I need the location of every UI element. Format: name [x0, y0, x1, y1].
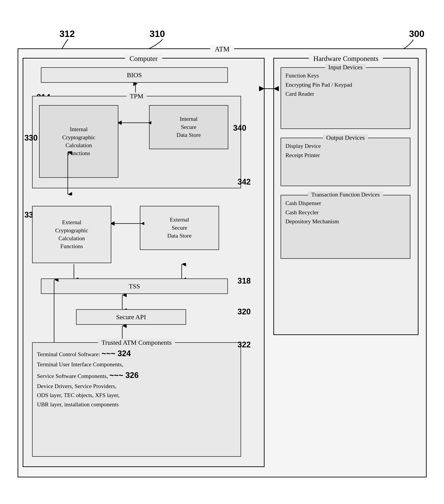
- secure-api-title: Secure API: [116, 313, 146, 321]
- ref-318: 318: [237, 276, 251, 286]
- trusted-line2: Service Software Components,: [37, 373, 108, 379]
- ref-330: 330: [24, 133, 38, 143]
- internal-secure-text: InternalSecureData Store: [177, 115, 201, 139]
- atm-title: ATM: [210, 45, 234, 53]
- hardware-box: Hardware Components Input Devices Functi…: [273, 58, 419, 335]
- output-devices-content: Display Device Receipt Printer: [285, 142, 321, 160]
- computer-box: Computer BIOS 314 316: [23, 58, 265, 467]
- trusted-atm-box: Trusted ATM Components Terminal Control …: [32, 342, 241, 457]
- external-crypto-box: ExternalCryptographicCalculationFunction…: [32, 206, 111, 263]
- tpm-down-arrows: [39, 151, 123, 195]
- ref-342: 342: [237, 177, 251, 187]
- output-line1: Display Device: [285, 143, 321, 149]
- transaction-devices-content: Cash Dispenser Cash Recycler Depository …: [285, 199, 339, 226]
- atm-box: ATM Computer BIOS 314 316: [18, 48, 427, 477]
- tss-title: TSS: [129, 283, 140, 290]
- hardware-title: Hardware Components: [309, 54, 383, 63]
- ref-300: 300: [409, 29, 425, 39]
- computer-title: Computer: [125, 54, 162, 63]
- tpm-internal-arrow: [118, 114, 151, 132]
- trusted-line5: UBR layer, installation components: [37, 401, 119, 408]
- output-devices-title: Output Devices: [323, 134, 368, 141]
- ref326-label: 326: [125, 371, 139, 380]
- bios-box: BIOS: [41, 67, 228, 83]
- terminal-control-label: Terminal Control Software:: [37, 351, 100, 358]
- transaction-devices-title: Transaction Function Devices: [308, 191, 383, 198]
- external-secure-text: ExternalSecureData Store: [167, 216, 192, 240]
- trusted-line3: Device Drivers, Service Providers,: [37, 383, 117, 389]
- tss-box: TSS: [41, 279, 228, 294]
- ref-322: 322: [237, 340, 251, 349]
- trusted-line1: Terminal User Interface Components,: [37, 361, 123, 368]
- transaction-line3: Depository Mechanism: [285, 218, 339, 225]
- tss-secureapi-arrow: [111, 294, 133, 311]
- input-line2: Encrypting Pin Pad / Keypad: [285, 82, 352, 88]
- transaction-devices-box: Transaction Function Devices Cash Dispen…: [281, 195, 410, 259]
- trusted-line4: ODS layer, TEC objects, XFS layer,: [37, 392, 120, 398]
- input-line1: Function Keys: [285, 72, 319, 79]
- ext-arrow: [111, 217, 144, 230]
- ref326-text: ~~~: [109, 371, 125, 380]
- tpm-box: TPM InternalCryptographicCalculationFunc…: [32, 96, 241, 188]
- ref-324-inline: ~~~: [102, 349, 118, 358]
- trusted-atm-content: Terminal Control Software: ~~~ 324 Termi…: [37, 347, 139, 409]
- bios-title: BIOS: [127, 71, 142, 79]
- external-secure-box: ExternalSecureData Store: [140, 206, 219, 250]
- transaction-line2: Cash Recycler: [285, 209, 319, 216]
- output-devices-box: Output Devices Display Device Receipt Pr…: [281, 138, 410, 186]
- input-devices-content: Function Keys Encrypting Pin Pad / Keypa…: [285, 71, 352, 99]
- ref-320: 320: [237, 307, 251, 316]
- tpm-title: TPM: [126, 92, 147, 100]
- transaction-line1: Cash Dispenser: [285, 200, 321, 206]
- ref-312: 312: [59, 29, 75, 39]
- ref324-text: 324: [118, 349, 131, 358]
- ref-310: 310: [150, 29, 165, 39]
- computer-hw-arrow: [258, 82, 280, 95]
- ref-340: 340: [233, 124, 246, 133]
- trusted-atm-title: Trusted ATM Components: [98, 339, 175, 346]
- input-line3: Card Reader: [285, 91, 314, 97]
- output-line2: Receipt Printer: [285, 152, 320, 158]
- tss-left-arrow: [41, 279, 67, 349]
- external-crypto-text: ExternalCryptographicCalculationFunction…: [55, 218, 88, 251]
- input-devices-box: Input Devices Function Keys Encrypting P…: [281, 67, 410, 129]
- input-devices-title: Input Devices: [325, 64, 366, 71]
- ext-to-tss-arrows: [30, 263, 239, 281]
- diagram-root: 300 310 312 ATM Computer BIOS 314 316: [13, 26, 431, 488]
- internal-secure-box: InternalSecureData Store: [149, 105, 228, 149]
- secure-api-box: Secure API: [76, 309, 186, 325]
